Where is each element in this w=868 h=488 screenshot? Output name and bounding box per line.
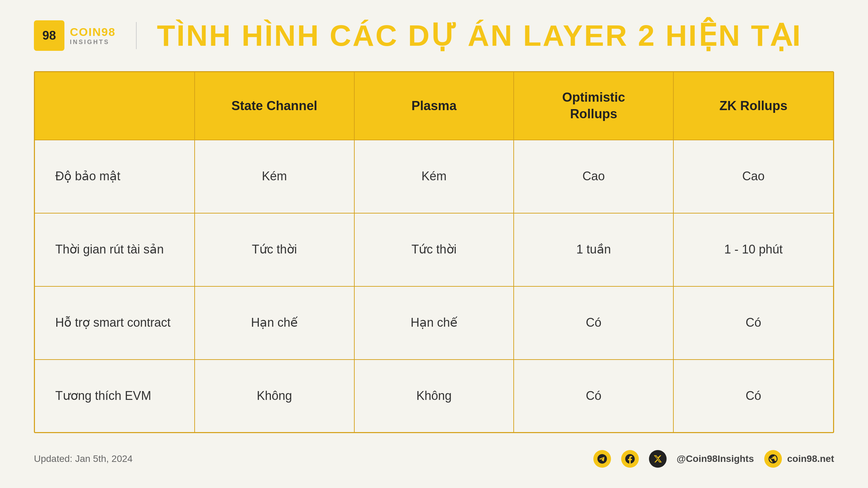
cell-zk_rollups: Có — [673, 286, 833, 360]
col-header-state-channel: State Channel — [195, 72, 354, 140]
cell-plasma: Tức thời — [354, 213, 514, 286]
cell-optimistic_rollups: Có — [514, 286, 673, 360]
comparison-table: State Channel Plasma OptimisticRollups Z… — [35, 72, 833, 432]
footer-updated: Updated: Jan 5th, 2024 — [34, 453, 133, 464]
col-header-optimistic-rollups: OptimisticRollups — [514, 72, 673, 140]
globe-icon — [764, 450, 782, 468]
table-container: State Channel Plasma OptimisticRollups Z… — [34, 71, 834, 433]
logo-brand: COIN98 — [70, 25, 116, 39]
table-row: Hỗ trợ smart contractHạn chếHạn chếCóCó — [35, 286, 833, 360]
cell-plasma: Không — [354, 360, 514, 432]
social-handle: @Coin98Insights — [677, 453, 754, 464]
cell-state_channel: Hạn chế — [195, 286, 354, 360]
page-title: TÌNH HÌNH CÁC DỰ ÁN LAYER 2 HIỆN TẠI — [157, 21, 802, 50]
header: 98 COIN98 INSIGHTS TÌNH HÌNH CÁC DỰ ÁN L… — [34, 20, 834, 51]
logo-number: 98 — [42, 28, 56, 43]
cell-state_channel: Không — [195, 360, 354, 432]
facebook-icon[interactable] — [621, 450, 639, 468]
cell-optimistic_rollups: Cao — [514, 140, 673, 213]
cell-optimistic_rollups: Có — [514, 360, 673, 432]
footer-social: @Coin98Insights coin98.net — [593, 450, 834, 468]
cell-zk_rollups: Có — [673, 360, 833, 432]
website-area: coin98.net — [764, 450, 834, 468]
cell-state_channel: Tức thời — [195, 213, 354, 286]
website-url: coin98.net — [787, 453, 834, 464]
table-header-row: State Channel Plasma OptimisticRollups Z… — [35, 72, 833, 140]
row-label: Thời gian rút tài sản — [35, 213, 195, 286]
page-container: 98 COIN98 INSIGHTS TÌNH HÌNH CÁC DỰ ÁN L… — [0, 0, 868, 488]
row-label: Độ bảo mật — [35, 140, 195, 213]
table-row: Độ bảo mậtKémKémCaoCao — [35, 140, 833, 213]
header-divider — [136, 22, 137, 49]
col-header-zk-rollups: ZK Rollups — [673, 72, 833, 140]
cell-zk_rollups: Cao — [673, 140, 833, 213]
footer: Updated: Jan 5th, 2024 @Coin98Insights — [34, 447, 834, 468]
col-header-label — [35, 72, 195, 140]
cell-optimistic_rollups: 1 tuần — [514, 213, 673, 286]
table-row: Thời gian rút tài sảnTức thờiTức thời1 t… — [35, 213, 833, 286]
logo-box: 98 — [34, 20, 64, 51]
cell-state_channel: Kém — [195, 140, 354, 213]
table-row: Tương thích EVMKhôngKhôngCóCó — [35, 360, 833, 432]
row-label: Hỗ trợ smart contract — [35, 286, 195, 360]
logo-area: 98 COIN98 INSIGHTS — [34, 20, 116, 51]
cell-plasma: Hạn chế — [354, 286, 514, 360]
logo-text: COIN98 INSIGHTS — [70, 25, 116, 46]
telegram-icon[interactable] — [593, 450, 611, 468]
cell-plasma: Kém — [354, 140, 514, 213]
x-icon[interactable] — [649, 450, 667, 468]
col-header-plasma: Plasma — [354, 72, 514, 140]
cell-zk_rollups: 1 - 10 phút — [673, 213, 833, 286]
row-label: Tương thích EVM — [35, 360, 195, 432]
logo-sub: INSIGHTS — [70, 39, 116, 46]
